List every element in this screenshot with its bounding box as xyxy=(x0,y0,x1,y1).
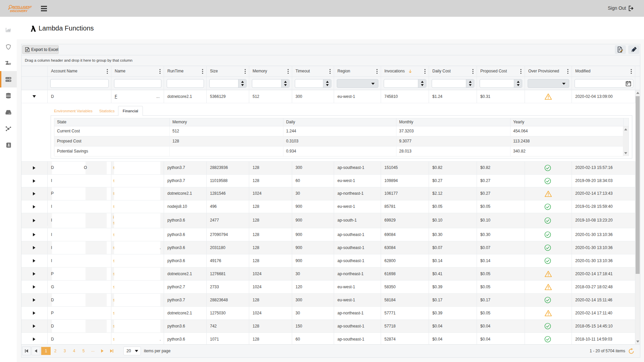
svg-text:X: X xyxy=(26,48,28,52)
svg-text:INTELLIGENT: INTELLIGENT xyxy=(12,5,32,9)
svg-text:DISCOVERY: DISCOVERY xyxy=(10,9,28,13)
